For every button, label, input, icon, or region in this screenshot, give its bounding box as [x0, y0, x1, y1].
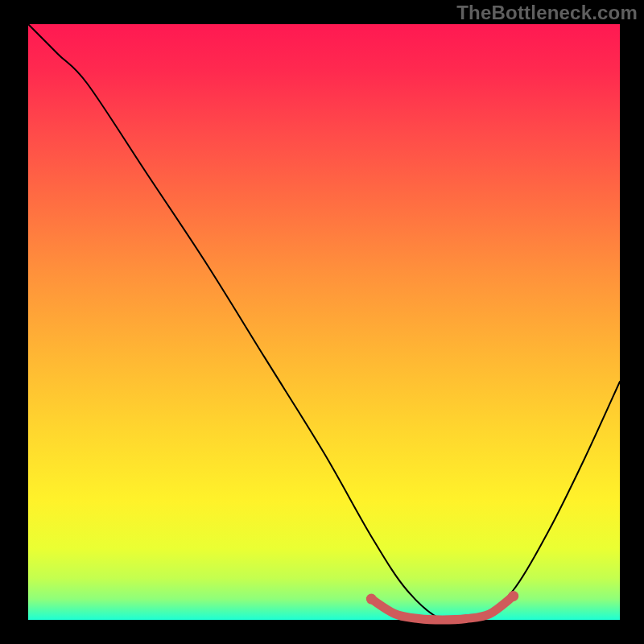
chart-frame: TheBottleneck.com [0, 0, 644, 644]
watermark-label: TheBottleneck.com [456, 2, 638, 24]
chart-background [28, 24, 620, 620]
highlight-endpoint [366, 594, 377, 605]
highlight-endpoint [508, 591, 518, 601]
chart-canvas [0, 0, 644, 644]
